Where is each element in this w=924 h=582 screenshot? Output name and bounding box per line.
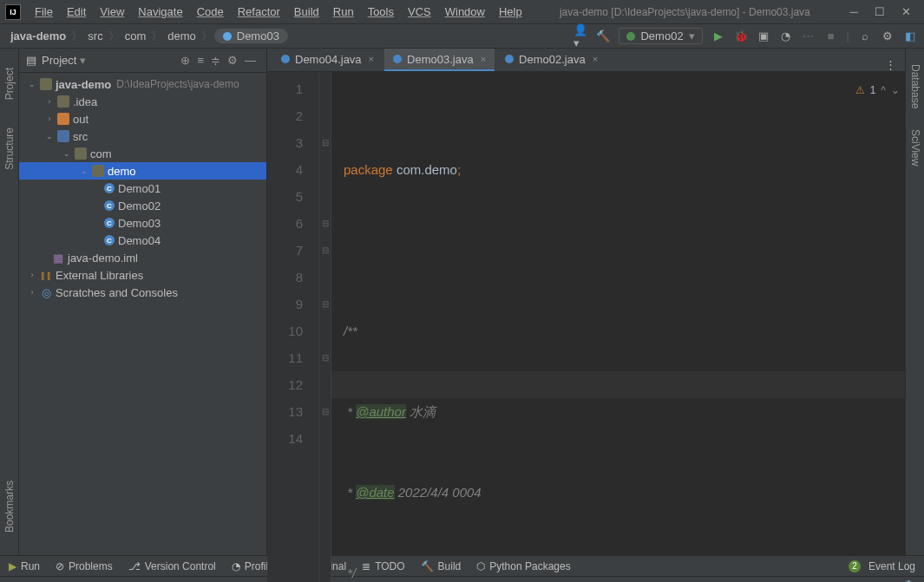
collapse-all-icon[interactable]: ≑ [211, 54, 220, 67]
class-icon: C [104, 200, 115, 211]
left-tool-strip: Project Structure Bookmarks [0, 49, 19, 555]
run-icon: ▶ [9, 560, 16, 572]
menu-help[interactable]: Help [492, 3, 529, 20]
tool-project[interactable]: Project [3, 68, 16, 100]
profiler-icon: ◔ [232, 560, 240, 572]
crumb-1[interactable]: src [84, 29, 106, 43]
tree-demo[interactable]: ⌄demo [19, 162, 266, 180]
search-icon[interactable]: ⌕ [858, 29, 872, 43]
hide-panel-icon[interactable]: — [245, 54, 256, 67]
project-panel: ▤ Project ▾ ⊕ ≡ ≑ ⚙ — ⌄java-demoD:\IdeaP… [19, 49, 267, 555]
panel-settings-icon[interactable]: ⚙ [227, 54, 238, 67]
crumb-2[interactable]: com [121, 29, 150, 43]
window-title: java-demo [D:\IdeaProjects\java-demo] - … [529, 6, 841, 18]
tool-bookmarks[interactable]: Bookmarks [3, 481, 16, 533]
attach-button[interactable]: ⋯ [802, 29, 816, 43]
debug-button[interactable]: 🐞 [734, 29, 748, 43]
src-folder-icon [57, 130, 69, 142]
menu-code[interactable]: Code [190, 3, 231, 20]
menu-vcs[interactable]: VCS [401, 3, 438, 20]
menu-view[interactable]: View [93, 3, 131, 20]
title-bar: IJ File Edit View Navigate Code Refactor… [0, 0, 924, 24]
tab-demo04[interactable]: Demo04.java× [272, 49, 383, 71]
menu-run[interactable]: Run [326, 3, 361, 20]
tree-root[interactable]: ⌄java-demoD:\IdeaProjects\java-demo [19, 75, 266, 93]
project-panel-header: ▤ Project ▾ ⊕ ≡ ≑ ⚙ — [19, 49, 266, 73]
crumb-3[interactable]: demo [164, 29, 200, 43]
menu-window[interactable]: Window [438, 3, 492, 20]
folder-icon [57, 95, 69, 108]
close-tab-icon[interactable]: × [593, 54, 598, 64]
close-button[interactable]: ✕ [893, 5, 919, 18]
crumb-last[interactable]: Demo03 [214, 29, 288, 43]
code-text[interactable]: package com.demo; /** * @author 水滴 * @da… [331, 72, 905, 582]
tree-iml[interactable]: ▦java-demo.iml [19, 249, 266, 266]
tree-out[interactable]: ›out [19, 110, 266, 128]
coverage-button[interactable]: ▣ [757, 29, 770, 43]
close-tab-icon[interactable]: × [481, 54, 486, 64]
class-icon [505, 55, 514, 63]
class-icon [281, 55, 290, 63]
warning-icon: ⚠ [855, 77, 865, 104]
tree-file-2[interactable]: CDemo03 [19, 214, 266, 232]
package-icon [75, 147, 87, 160]
settings-icon[interactable]: ⚙ [881, 29, 895, 43]
menu-tools[interactable]: Tools [361, 3, 401, 20]
maximize-button[interactable]: ☐ [867, 5, 893, 18]
project-tree[interactable]: ⌄java-demoD:\IdeaProjects\java-demo ›.id… [19, 73, 266, 555]
problems-icon: ⊘ [56, 560, 64, 572]
expand-all-icon[interactable]: ≡ [197, 54, 204, 67]
tab-demo03[interactable]: Demo03.java× [384, 49, 495, 71]
tree-scratches[interactable]: ›◎Scratches and Consoles [19, 284, 266, 301]
bottom-version-control[interactable]: ⎇Version Control [128, 560, 216, 572]
right-tool-strip: Database SciView [905, 49, 924, 555]
minimize-button[interactable]: ─ [841, 5, 867, 18]
tree-com[interactable]: ⌄com [19, 145, 266, 162]
stop-button[interactable]: ■ [824, 29, 838, 43]
build-icon[interactable]: 🔨 [596, 29, 610, 43]
class-icon: C [104, 235, 115, 245]
tool-structure[interactable]: Structure [3, 128, 16, 170]
select-opened-icon[interactable]: ⊕ [180, 54, 190, 67]
inspections-widget[interactable]: ⚠1 ^ ⌄ [855, 77, 900, 104]
run-config-icon [626, 32, 635, 41]
project-panel-icon: ▤ [26, 54, 36, 67]
run-button[interactable]: ▶ [711, 29, 725, 43]
class-icon: C [104, 183, 115, 193]
folder-icon [57, 113, 69, 125]
tool-sciview[interactable]: SciView [909, 129, 921, 166]
project-panel-title[interactable]: Project ▾ [42, 54, 177, 67]
tab-demo02[interactable]: Demo02.java× [496, 49, 606, 71]
class-icon: C [104, 218, 115, 228]
user-icon[interactable]: 👤▾ [573, 29, 587, 43]
editor-area: Demo04.java× Demo03.java× Demo02.java× ⋮… [267, 49, 905, 555]
run-config-selector[interactable]: Demo02 ▾ [619, 28, 702, 44]
module-icon [40, 78, 52, 90]
menu-navigate[interactable]: Navigate [131, 3, 189, 20]
menu-build[interactable]: Build [287, 3, 326, 20]
tabs-more-icon[interactable]: ⋮ [885, 58, 896, 71]
menu-edit[interactable]: Edit [60, 3, 93, 20]
menu-refactor[interactable]: Refactor [231, 3, 287, 20]
bottom-problems[interactable]: ⊘Problems [56, 560, 113, 572]
tree-file-3[interactable]: CDemo04 [19, 232, 266, 249]
close-tab-icon[interactable]: × [369, 54, 374, 64]
iml-icon: ▦ [52, 252, 64, 264]
line-gutter[interactable]: 1234567891011121314 [267, 72, 319, 582]
crumb-0[interactable]: java-demo [7, 29, 69, 43]
tree-file-1[interactable]: CDemo02 [19, 197, 266, 214]
tree-file-0[interactable]: CDemo01 [19, 180, 266, 197]
fold-gutter[interactable]: ⊟ ⊟⊟ ⊟ ⊟ ⊟ [319, 72, 331, 582]
code-editor[interactable]: 1234567891011121314 ⊟ ⊟⊟ ⊟ ⊟ ⊟ package c… [267, 72, 905, 582]
bottom-run[interactable]: ▶Run [9, 560, 40, 572]
profile-button[interactable]: ◔ [779, 29, 793, 43]
tree-external[interactable]: ›⫿⫿External Libraries [19, 266, 266, 284]
tool-database[interactable]: Database [909, 64, 921, 108]
breadcrumb-bar: java-demo〉 src〉 com〉 demo〉 Demo03 👤▾ 🔨 D… [0, 24, 924, 49]
menu-file[interactable]: File [28, 3, 60, 20]
class-icon [223, 32, 232, 41]
ide-updates-icon[interactable]: ◧ [903, 29, 917, 43]
vcs-icon: ⎇ [128, 560, 141, 572]
tree-idea[interactable]: ›.idea [19, 93, 266, 110]
tree-src[interactable]: ⌄src [19, 128, 266, 145]
